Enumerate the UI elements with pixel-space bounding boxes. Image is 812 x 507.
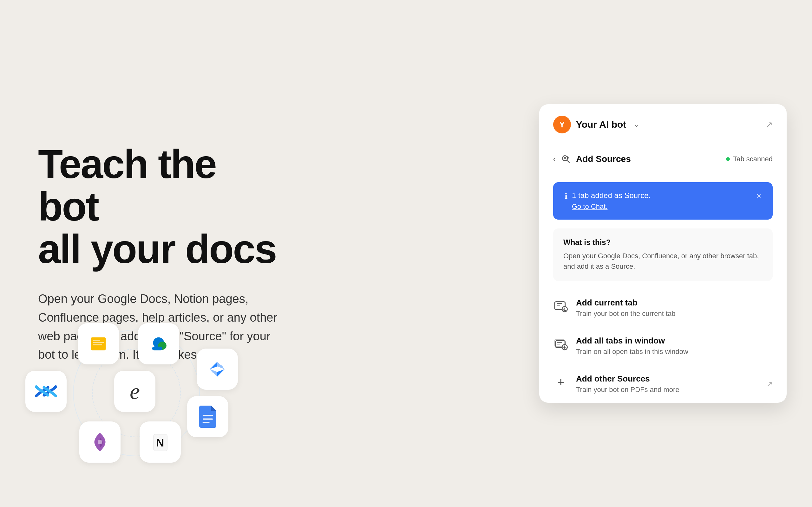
svg-rect-8 bbox=[203, 415, 213, 416]
svg-point-11 bbox=[98, 440, 102, 445]
external-link-icon[interactable]: ↗ bbox=[765, 119, 773, 130]
svg-rect-2 bbox=[93, 340, 100, 341]
bot-avatar: Y bbox=[553, 116, 571, 133]
what-description: Open your Google Docs, Confluence, or an… bbox=[563, 250, 763, 272]
svg-rect-10 bbox=[203, 422, 210, 423]
bot-name: Your AI bot bbox=[576, 119, 626, 130]
confluence-icon bbox=[26, 371, 67, 412]
add-other-sources-text: Add other Sources Train your bot on PDFs… bbox=[576, 374, 759, 394]
svg-rect-7 bbox=[152, 347, 162, 350]
add-other-sources-subtitle: Train your bot on PDFs and more bbox=[576, 386, 759, 394]
add-other-sources-item[interactable]: + Add other Sources Train your bot on PD… bbox=[539, 365, 786, 403]
add-current-tab-title: Add current tab bbox=[576, 298, 773, 308]
notification-banner: ℹ 1 tab added as Source. Go to Chat. × bbox=[553, 182, 773, 220]
tab-scanned-badge: Tab scanned bbox=[726, 155, 773, 163]
edge-icon: e bbox=[114, 371, 155, 412]
notification-close-button[interactable]: × bbox=[757, 191, 761, 201]
google-docs-icon bbox=[187, 396, 229, 437]
tab-scanned-text: Tab scanned bbox=[733, 155, 773, 163]
add-all-tabs-icon bbox=[553, 337, 568, 352]
add-sources-icon bbox=[561, 154, 571, 164]
green-dot-icon bbox=[726, 157, 730, 161]
app-icons-area: e N bbox=[26, 323, 247, 488]
jira-icon bbox=[197, 349, 238, 390]
right-section: Y Your AI bot ⌄ ↗ ‹ bbox=[539, 104, 786, 403]
notification-main-text: 1 tab added as Source. bbox=[572, 191, 651, 200]
add-current-tab-icon bbox=[553, 298, 568, 314]
add-sources-left: ‹ Add Sources bbox=[553, 154, 631, 164]
panel-header: Y Your AI bot ⌄ ↗ bbox=[539, 104, 786, 145]
add-sources-label: Add Sources bbox=[576, 154, 631, 164]
svg-rect-4 bbox=[93, 344, 102, 345]
info-icon: ℹ bbox=[565, 192, 567, 201]
bot-identity: Y Your AI bot ⌄ bbox=[553, 116, 639, 133]
add-all-tabs-title: Add all tabs in window bbox=[576, 336, 773, 346]
designmaker-icon bbox=[79, 421, 120, 463]
add-all-tabs-item[interactable]: Add all tabs in window Train on all open… bbox=[539, 327, 786, 365]
add-current-tab-text: Add current tab Train your bot on the cu… bbox=[576, 298, 773, 318]
add-current-tab-item[interactable]: Add current tab Train your bot on the cu… bbox=[539, 289, 786, 327]
add-all-tabs-text: Add all tabs in window Train on all open… bbox=[576, 336, 773, 356]
notion-icon: N bbox=[140, 421, 181, 463]
notification-content: ℹ 1 tab added as Source. Go to Chat. bbox=[565, 191, 651, 211]
svg-rect-3 bbox=[93, 342, 104, 343]
add-other-sources-icon: + bbox=[553, 375, 568, 390]
extension-panel: Y Your AI bot ⌄ ↗ ‹ bbox=[539, 104, 786, 403]
what-is-this-section: What is this? Open your Google Docs, Con… bbox=[553, 228, 773, 281]
sharepoint-icon bbox=[138, 323, 179, 364]
svg-rect-9 bbox=[203, 418, 213, 419]
add-current-tab-subtitle: Train your bot on the current tab bbox=[576, 309, 773, 318]
add-other-sources-title: Add other Sources bbox=[576, 374, 759, 384]
notification-text: 1 tab added as Source. Go to Chat. bbox=[572, 191, 651, 211]
svg-rect-1 bbox=[91, 337, 106, 350]
go-to-chat-link[interactable]: Go to Chat. bbox=[572, 203, 608, 210]
google-slides-icon bbox=[78, 323, 119, 364]
what-title: What is this? bbox=[563, 238, 763, 247]
chevron-down-icon[interactable]: ⌄ bbox=[634, 121, 639, 128]
svg-text:N: N bbox=[156, 436, 164, 449]
back-arrow-icon[interactable]: ‹ bbox=[553, 155, 556, 164]
external-arrow-icon: ↗ bbox=[766, 380, 773, 389]
panel-subheader: ‹ Add Sources Tab scanned bbox=[539, 145, 786, 173]
headline: Teach the botall your docs bbox=[38, 143, 286, 271]
add-all-tabs-subtitle: Train on all open tabs in this window bbox=[576, 348, 773, 356]
